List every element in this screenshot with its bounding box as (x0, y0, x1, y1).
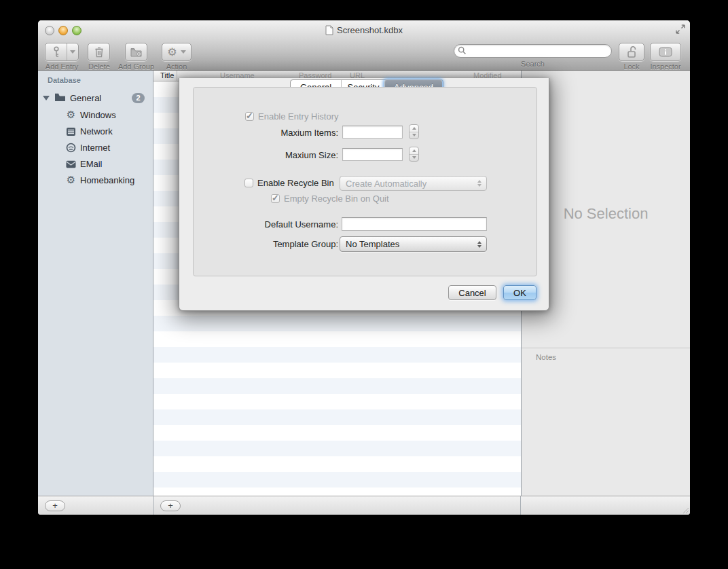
entry-count-badge: 2 (132, 93, 145, 103)
key-icon (46, 46, 67, 58)
magnifier-icon (458, 46, 467, 55)
database-settings-sheet: General Security Advanced ✓ Enable Entry… (179, 78, 549, 311)
stepper-down-icon[interactable] (410, 155, 418, 162)
popup-arrows-icon (477, 237, 481, 251)
maxium-size-field[interactable] (342, 148, 403, 161)
document-icon (325, 25, 333, 35)
lock-button[interactable] (619, 43, 644, 61)
folder-icon (54, 92, 66, 102)
default-username-field[interactable] (342, 217, 487, 231)
empty-recycle-bin-label: Empty Recycle Bin on Quit (284, 194, 389, 204)
stepper-up-icon[interactable] (410, 147, 418, 155)
sidebar-item-label: General (70, 93, 101, 103)
sidebar-item-network[interactable]: Network (38, 124, 153, 140)
sidebar-item-general[interactable]: General 2 (38, 90, 153, 107)
enable-entry-history-checkbox[interactable]: ✓ (245, 112, 254, 121)
lock-open-icon (626, 46, 637, 58)
dropdown-arrow-icon (181, 50, 186, 54)
title-bar: Screenshot.kdbx Add Entry (38, 20, 690, 71)
recycle-bin-mode-popup[interactable]: Create Automatically (340, 176, 487, 191)
maxium-items-label: Maxium Items: (220, 128, 338, 138)
add-entry-button[interactable] (45, 43, 79, 61)
globe-icon (66, 143, 76, 153)
network-icon (66, 126, 76, 136)
action-button[interactable]: ⚙ (162, 43, 192, 61)
bottom-bar: + + (38, 496, 690, 515)
column-divider[interactable] (177, 71, 177, 81)
gear-icon: ⚙ (66, 175, 76, 185)
checkmark-icon: ✓ (272, 193, 279, 203)
template-group-label: Template Group: (220, 239, 338, 249)
trash-icon (94, 46, 104, 58)
maxium-items-field[interactable] (342, 126, 403, 139)
window-title: Screenshot.kdbx (38, 25, 690, 35)
search-label: Search (454, 60, 612, 68)
sidebar-item-homebanking[interactable]: ⚙ Homebanking (38, 172, 153, 189)
enable-recycle-bin-label: Enable Recycle Bin (257, 178, 334, 188)
app-window: Screenshot.kdbx Add Entry (38, 20, 690, 515)
search-input[interactable] (454, 44, 612, 58)
maxium-size-stepper[interactable] (409, 147, 419, 162)
maxium-size-label: Maxium Size: (220, 150, 338, 160)
sidebar-item-windows[interactable]: ⚙ Windows (38, 107, 153, 124)
sidebar-item-email[interactable]: EMail (38, 156, 153, 172)
popup-arrows-icon (477, 177, 481, 190)
sidebar-item-label: EMail (80, 159, 103, 169)
bottom-bar-divider (520, 496, 521, 515)
add-entry-plus-button[interactable]: + (160, 500, 181, 511)
sidebar: Database General 2 ⚙ Windows Network (38, 71, 153, 496)
delete-button[interactable] (88, 43, 110, 61)
enable-entry-history-label: Enable Entry History (258, 111, 339, 122)
folder-plus-icon (130, 48, 142, 57)
popup-value: No Templates (346, 239, 399, 249)
disclosure-triangle-icon[interactable] (43, 96, 50, 100)
search-field-wrap (454, 44, 612, 58)
inspector-label: Inspector (644, 62, 687, 71)
bottom-bar-divider (153, 496, 154, 515)
add-group-plus-button[interactable]: + (45, 500, 65, 511)
stepper-down-icon[interactable] (410, 132, 418, 139)
default-username-label: Default Username: (220, 219, 338, 230)
add-group-label: Add Group (111, 62, 161, 71)
template-group-popup[interactable]: No Templates (340, 236, 487, 252)
sidebar-item-label: Windows (80, 110, 116, 120)
column-header-title[interactable]: Title (160, 71, 174, 79)
action-label: Action (162, 62, 192, 71)
inspector-button[interactable] (650, 43, 681, 61)
ok-button[interactable]: OK (503, 285, 536, 300)
info-icon (659, 47, 672, 57)
sidebar-item-internet[interactable]: Internet (38, 140, 153, 156)
toolbar: Add Entry Delete (38, 42, 690, 71)
notes-label: Notes (536, 353, 556, 361)
resize-grip[interactable] (681, 506, 689, 514)
popup-value: Create Automatically (346, 179, 426, 189)
checkmark-icon: ✓ (246, 111, 253, 121)
add-entry-label: Add Entry (45, 62, 79, 71)
enable-recycle-bin-checkbox[interactable] (244, 179, 253, 187)
sidebar-item-label: Network (80, 126, 113, 136)
cancel-button[interactable]: Cancel (448, 285, 496, 300)
envelope-icon (66, 159, 76, 169)
dropdown-arrow-icon[interactable] (67, 50, 78, 54)
gear-icon: ⚙ (167, 47, 177, 58)
fullscreen-arrows-icon[interactable] (675, 24, 686, 35)
stepper-up-icon[interactable] (410, 125, 418, 132)
add-group-button[interactable] (125, 43, 147, 61)
maxium-items-stepper[interactable] (409, 124, 419, 139)
sidebar-item-label: Internet (80, 143, 110, 153)
gear-icon: ⚙ (66, 110, 76, 120)
sidebar-item-label: Homebanking (80, 175, 134, 185)
inspector-divider (522, 348, 690, 348)
empty-recycle-bin-checkbox[interactable]: ✓ (271, 194, 280, 203)
sidebar-section-header: Database (48, 76, 81, 84)
